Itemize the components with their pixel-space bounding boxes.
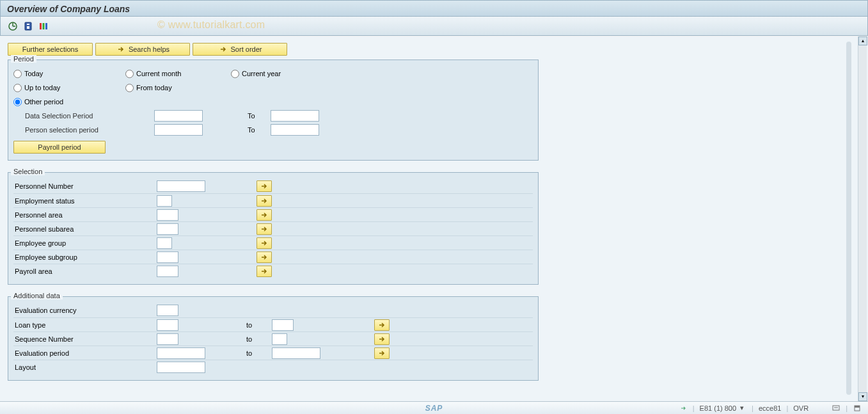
radio-up-to-today-label: Up to today [24, 84, 60, 92]
selection-row-personnel_area: Personnel area [13, 207, 533, 221]
personnel_area-input[interactable] [157, 209, 178, 221]
selection-button-row: Further selections Search helps Sort ord… [8, 43, 860, 56]
additional-data-groupbox: Additional data Evaluation currencyLoan … [8, 296, 539, 381]
personnel_number-input[interactable] [157, 180, 205, 192]
evaluation_period-from-input[interactable] [157, 347, 205, 359]
radio-from-today-label: From today [136, 84, 172, 92]
evaluation_period-to-input[interactable] [272, 347, 320, 359]
separator: | [846, 404, 848, 412]
employee_subgroup-label: Employee subgroup [13, 253, 157, 261]
status-bar: SAP | E81 (1) 800 ▾ | ecce81 | OVR | [0, 401, 868, 414]
scroll-up-icon[interactable]: ▴ [858, 36, 867, 45]
personnel_area-label: Personnel area [13, 211, 157, 219]
sort-order-button[interactable]: Sort order [193, 43, 287, 56]
to-label: to [246, 349, 272, 357]
sequence_number-multiple-selection-button[interactable] [374, 333, 390, 345]
radio-today[interactable] [13, 70, 22, 78]
payroll-period-button[interactable]: Payroll period [13, 141, 106, 154]
additional-data-group-title: Additional data [11, 292, 63, 299]
loan_type-multiple-selection-button[interactable] [374, 319, 390, 331]
dropdown-icon[interactable]: ▾ [738, 404, 746, 413]
layout-from-input[interactable] [157, 362, 205, 373]
content-scrollbar[interactable] [846, 42, 851, 395]
personnel_number-multiple-selection-button[interactable] [256, 180, 272, 192]
radio-current-year[interactable] [231, 70, 239, 78]
evaluation_currency-from-input[interactable] [157, 305, 178, 316]
svg-rect-8 [45, 23, 47, 29]
content-area: Further selections Search helps Sort ord… [0, 36, 868, 401]
radio-from-today[interactable] [125, 84, 134, 92]
radio-current-month[interactable] [125, 70, 134, 78]
radio-current-year-label: Current year [242, 70, 281, 77]
person-selection-period-to[interactable] [271, 124, 319, 136]
to-label: to [246, 335, 272, 343]
radio-other-period[interactable] [13, 98, 22, 106]
selection-groupbox: Selection Personnel NumberEmployment sta… [8, 172, 539, 285]
period-group-title: Period [11, 55, 36, 63]
local-layout-icon[interactable] [832, 404, 840, 413]
employment_status-input[interactable] [157, 195, 172, 207]
separator: | [752, 404, 754, 412]
watermark-text: © www.tutorialkart.com [157, 19, 265, 31]
further-selections-button[interactable]: Further selections [8, 43, 93, 56]
nav-arrow-icon[interactable] [679, 404, 688, 413]
payroll_area-multiple-selection-button[interactable] [256, 266, 272, 277]
execute-icon[interactable] [7, 20, 19, 32]
employment_status-multiple-selection-button[interactable] [256, 195, 272, 207]
employee_subgroup-multiple-selection-button[interactable] [256, 251, 272, 263]
radio-up-to-today[interactable] [13, 84, 22, 92]
loan_type-to-input[interactable] [272, 319, 294, 331]
selection-row-employee_group: Employee group [13, 235, 533, 250]
scroll-down-icon[interactable]: ▾ [858, 392, 867, 401]
employee_subgroup-input[interactable] [157, 251, 178, 263]
data-selection-period-from[interactable] [154, 110, 203, 122]
selection-row-personnel_number: Personnel Number [13, 179, 533, 193]
radio-today-label: Today [24, 70, 43, 77]
sequence_number-from-input[interactable] [157, 333, 178, 345]
employee_group-label: Employee group [13, 239, 157, 247]
personnel_area-multiple-selection-button[interactable] [256, 209, 272, 221]
sequence_number-label: Sequence Number [13, 335, 157, 343]
sequence_number-to-input[interactable] [272, 333, 287, 345]
layout-icon[interactable] [853, 404, 862, 413]
employee_group-multiple-selection-button[interactable] [256, 237, 272, 249]
sap-logo: SAP [425, 404, 443, 413]
data-selection-period-to[interactable] [271, 110, 319, 122]
application-toolbar: © www.tutorialkart.com [0, 17, 868, 36]
additional-row-evaluation_period: Evaluation periodto [13, 346, 533, 360]
svg-rect-11 [855, 406, 860, 408]
additional-row-loan_type: Loan typeto [13, 317, 533, 331]
to-label: to [246, 321, 272, 329]
evaluation_period-label: Evaluation period [13, 349, 157, 357]
to-label: To [248, 126, 271, 134]
additional-row-evaluation_currency: Evaluation currency [13, 303, 533, 317]
svg-rect-6 [40, 23, 42, 29]
evaluation_period-multiple-selection-button[interactable] [374, 347, 390, 359]
radio-other-period-label: Other period [24, 98, 63, 106]
loan_type-label: Loan type [13, 321, 157, 329]
selection-group-title: Selection [11, 168, 45, 175]
layout-label: Layout [13, 363, 157, 371]
payroll_area-input[interactable] [157, 266, 178, 277]
arrow-right-icon [218, 44, 228, 54]
payroll_area-label: Payroll area [13, 267, 157, 275]
selection-row-personnel_subarea: Personnel subarea [13, 221, 533, 235]
search-helps-button[interactable]: Search helps [95, 43, 190, 56]
personnel_subarea-multiple-selection-button[interactable] [256, 223, 272, 235]
arrow-right-icon [116, 44, 126, 54]
person-selection-period-from[interactable] [154, 124, 203, 136]
info-icon[interactable] [22, 20, 34, 32]
radio-current-month-label: Current month [136, 70, 181, 77]
status-mode: OVR [793, 404, 809, 412]
personnel_subarea-input[interactable] [157, 223, 178, 235]
svg-rect-7 [43, 23, 45, 29]
loan_type-from-input[interactable] [157, 319, 178, 331]
person-selection-period-label: Person selection period [13, 126, 154, 134]
additional-row-layout: Layout [13, 360, 533, 374]
window-scrollbar[interactable]: ▴ ▾ [858, 36, 867, 401]
to-label: To [248, 112, 271, 120]
variant-icon[interactable] [38, 20, 49, 32]
svg-rect-4 [27, 24, 29, 25]
selection-row-employee_subgroup: Employee subgroup [13, 250, 533, 264]
employee_group-input[interactable] [157, 237, 172, 249]
